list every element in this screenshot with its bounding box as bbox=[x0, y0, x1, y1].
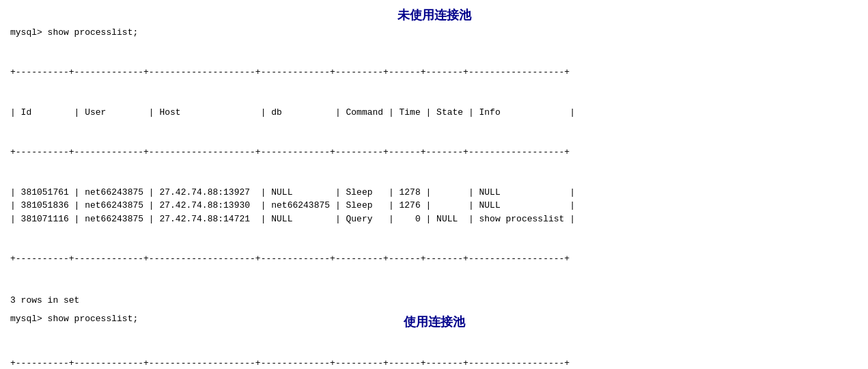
table-row: | 381051836 | net66243875 | 27.42.74.88:… bbox=[10, 199, 858, 213]
section2-sep-top: +----------+-------------+--------------… bbox=[10, 357, 858, 370]
table-row: | 381071116 | net66243875 | 27.42.74.88:… bbox=[10, 213, 858, 226]
section2-table: +----------+-------------+--------------… bbox=[10, 330, 858, 370]
table-row: | 381051761 | net66243875 | 27.42.74.88:… bbox=[10, 186, 858, 200]
section1-command: mysql> show processlist; bbox=[10, 27, 858, 38]
section1-sep-mid: +----------+-------------+--------------… bbox=[10, 146, 858, 159]
section1-header: | Id | User | Host | db | Command | Time… bbox=[10, 106, 858, 120]
section1-rows-info: 3 rows in set bbox=[10, 295, 858, 305]
section-no-pool: 未使用连接池 mysql> show processlist; +-------… bbox=[10, 7, 858, 305]
section1-table: +----------+-------------+--------------… bbox=[10, 39, 858, 292]
section1-title: 未使用连接池 bbox=[397, 7, 471, 23]
section-with-pool: 使用连接池mysql> show processlist; +---------… bbox=[10, 314, 858, 370]
section1-sep-top: +----------+-------------+--------------… bbox=[10, 66, 858, 79]
section1-rows: | 381051761 | net66243875 | 27.42.74.88:… bbox=[10, 186, 858, 226]
section1-sep-bot: +----------+-------------+--------------… bbox=[10, 252, 858, 266]
section2-title-centered: 使用连接池 bbox=[404, 314, 465, 330]
